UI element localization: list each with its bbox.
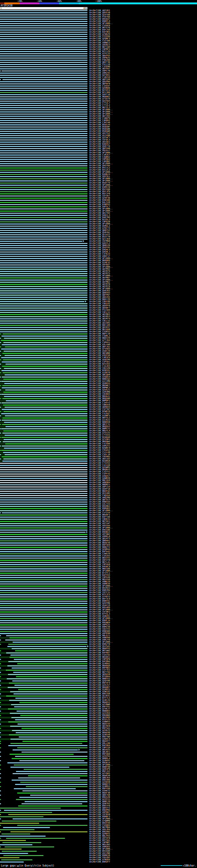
hit-bar[interactable] bbox=[0, 506, 88, 507]
hit-bar[interactable] bbox=[0, 325, 88, 326]
hit-bar[interactable] bbox=[5, 355, 88, 356]
hit-bar[interactable] bbox=[4, 810, 88, 811]
hit-bar[interactable] bbox=[0, 598, 88, 599]
hit-bar[interactable] bbox=[0, 211, 88, 212]
hit-bar[interactable] bbox=[0, 538, 88, 539]
hit-bar[interactable] bbox=[8, 687, 88, 688]
hit-bar[interactable] bbox=[23, 790, 88, 791]
hit-bar[interactable] bbox=[0, 331, 88, 332]
hit-bar[interactable] bbox=[0, 586, 88, 587]
hit-bar[interactable] bbox=[0, 555, 88, 556]
hit-bar[interactable] bbox=[0, 510, 88, 511]
hit-bar[interactable] bbox=[0, 527, 88, 528]
hit-bar[interactable] bbox=[12, 680, 88, 681]
hit-bar[interactable] bbox=[2, 420, 88, 421]
hit-bar[interactable] bbox=[12, 730, 88, 731]
hit-bar[interactable] bbox=[3, 441, 88, 442]
hit-bar[interactable] bbox=[6, 400, 88, 401]
hit-bar[interactable] bbox=[1, 859, 33, 860]
hit-bar[interactable] bbox=[0, 66, 88, 67]
hit-bar[interactable] bbox=[18, 689, 88, 690]
hit-bar[interactable] bbox=[3, 379, 88, 380]
hit-bar[interactable] bbox=[8, 661, 88, 662]
hit-bar[interactable] bbox=[0, 560, 88, 561]
hit-bar[interactable] bbox=[0, 206, 88, 207]
hit-bar[interactable] bbox=[0, 260, 88, 261]
hit-bar[interactable] bbox=[5, 640, 88, 641]
hit-bar[interactable] bbox=[0, 114, 88, 115]
hit-bar[interactable] bbox=[0, 327, 88, 328]
hit-bar[interactable] bbox=[2, 417, 88, 418]
hit-bar[interactable] bbox=[0, 566, 88, 567]
hit-bar[interactable] bbox=[0, 568, 88, 569]
hit-bar[interactable] bbox=[0, 808, 61, 809]
hit-bar[interactable] bbox=[0, 515, 88, 516]
hit-bar[interactable] bbox=[0, 282, 88, 283]
hit-bar[interactable] bbox=[0, 101, 88, 102]
hit-bar[interactable] bbox=[0, 573, 88, 574]
hit-bar[interactable] bbox=[0, 60, 88, 61]
hit-bar[interactable] bbox=[2, 851, 37, 852]
hit-bar[interactable] bbox=[3, 359, 88, 360]
hit-bar[interactable] bbox=[22, 752, 88, 752]
hit-bar[interactable] bbox=[0, 84, 88, 84]
hit-bar[interactable] bbox=[0, 603, 88, 604]
hit-bar[interactable] bbox=[0, 631, 88, 632]
hit-bar[interactable] bbox=[0, 258, 88, 259]
hit-bar[interactable] bbox=[0, 27, 88, 28]
hit-bar[interactable] bbox=[2, 362, 88, 363]
hit-bar[interactable] bbox=[6, 695, 88, 696]
hit-bar[interactable] bbox=[20, 715, 88, 716]
hit-bar[interactable] bbox=[15, 756, 88, 757]
hit-bar[interactable] bbox=[0, 545, 88, 546]
hit-bar[interactable] bbox=[0, 553, 88, 554]
hit-bar[interactable] bbox=[3, 372, 88, 373]
hit-bar[interactable] bbox=[2, 70, 88, 71]
hit-bar[interactable] bbox=[0, 21, 88, 22]
hit-bar[interactable] bbox=[0, 614, 88, 615]
hit-bar[interactable] bbox=[0, 172, 88, 173]
hit-bar[interactable] bbox=[5, 415, 88, 416]
hit-bar[interactable] bbox=[9, 657, 88, 658]
hit-bar[interactable] bbox=[2, 820, 56, 822]
hit-bar[interactable] bbox=[11, 704, 88, 705]
hit-bar[interactable] bbox=[0, 320, 88, 321]
hit-bar[interactable] bbox=[20, 702, 88, 703]
hit-bar[interactable] bbox=[0, 90, 88, 91]
hit-bar[interactable] bbox=[12, 780, 88, 780]
hit-bar[interactable] bbox=[18, 777, 80, 778]
hit-bar[interactable] bbox=[0, 174, 88, 175]
hit-bar[interactable] bbox=[0, 243, 88, 244]
hit-bar[interactable] bbox=[17, 711, 88, 712]
hit-bar[interactable] bbox=[13, 672, 88, 673]
hit-bar[interactable] bbox=[0, 75, 88, 76]
hit-bar[interactable] bbox=[12, 749, 78, 750]
hit-bar[interactable] bbox=[0, 310, 88, 311]
hit-bar[interactable] bbox=[10, 743, 82, 744]
hit-bar[interactable] bbox=[6, 670, 88, 671]
hit-bar[interactable] bbox=[0, 273, 88, 274]
hit-bar[interactable] bbox=[2, 433, 88, 434]
hit-bar[interactable] bbox=[5, 407, 88, 408]
hit-bar[interactable] bbox=[2, 409, 88, 410]
hit-bar[interactable] bbox=[0, 38, 88, 39]
hit-bar[interactable] bbox=[0, 112, 88, 113]
hit-bar[interactable] bbox=[0, 254, 88, 255]
hit-bar[interactable] bbox=[0, 579, 88, 580]
hit-bar[interactable] bbox=[0, 245, 88, 246]
hit-bar[interactable] bbox=[0, 271, 88, 272]
hit-bar[interactable] bbox=[4, 383, 88, 384]
hit-bar[interactable] bbox=[7, 665, 88, 666]
hit-bar[interactable] bbox=[4, 351, 88, 352]
hit-bar[interactable] bbox=[2, 79, 88, 80]
hit-bar[interactable] bbox=[3, 334, 88, 334]
hit-bar[interactable] bbox=[0, 618, 88, 619]
hit-bar[interactable] bbox=[0, 230, 88, 231]
hit-bar[interactable] bbox=[7, 763, 88, 763]
hit-bar[interactable] bbox=[0, 144, 88, 145]
hit-bar[interactable] bbox=[19, 737, 88, 738]
hit-bar[interactable] bbox=[0, 122, 88, 123]
hit-bar[interactable] bbox=[0, 497, 88, 498]
hit-bar[interactable] bbox=[0, 584, 88, 584]
hit-bar[interactable] bbox=[0, 45, 88, 45]
